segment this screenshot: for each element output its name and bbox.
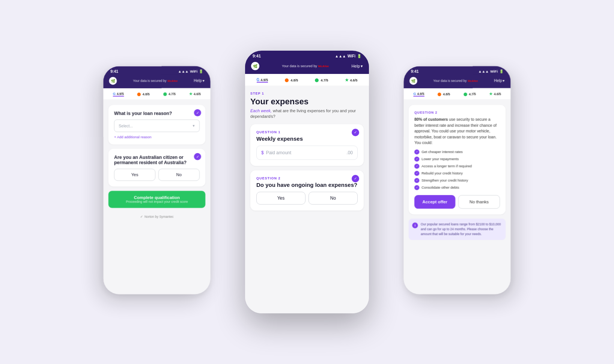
amount-field[interactable]: $ Paid amount .00 xyxy=(256,146,358,160)
accept-row: Accept offer No thanks xyxy=(414,195,500,208)
help-btn-left[interactable]: Help ▾ xyxy=(194,78,205,83)
add-reason-link[interactable]: + Add additional reason xyxy=(114,135,200,138)
content-left: ✓ What is your loan reason? Select... ▾ … xyxy=(104,99,211,294)
benefit-6: ✓ Consolidate other debts xyxy=(414,185,500,190)
help-btn-right[interactable]: Help ▾ xyxy=(494,78,505,83)
check-icon-q1: ✓ xyxy=(352,129,359,136)
ratings-bar-center: G 4.9/5 4.8/5 4.7/5 ★ 4.6/5 xyxy=(245,74,369,86)
rating-google-right: G 4.9/5 xyxy=(413,92,424,96)
rating-star-left: ★ 4.6/5 xyxy=(189,92,201,96)
header-secure-center: Your data is secured by McAfee xyxy=(282,64,329,68)
status-icons-right: ▲▲▲ WiFi 🔋 xyxy=(478,69,503,73)
check-3: ✓ xyxy=(414,164,419,168)
check-icon-1: ✓ xyxy=(194,109,201,116)
benefit-3: ✓ Access a longer term if required xyxy=(414,164,500,168)
rating-orange-right: 4.8/5 xyxy=(438,92,450,96)
header-secure-right: Your data is secured by McAfee xyxy=(433,79,478,83)
check-1: ✓ xyxy=(414,149,419,154)
phone-left: 9:41 ▲▲▲ WiFi 🔋 🌿 Your data is secured b… xyxy=(104,66,211,294)
rating-orange-center: 4.8/5 xyxy=(285,78,298,82)
help-btn-center[interactable]: Help ▾ xyxy=(351,64,363,69)
yes-btn-center[interactable]: Yes xyxy=(256,192,305,205)
rating-star-center: ★ 4.6/5 xyxy=(345,78,357,83)
rating-green-left: 4.7/5 xyxy=(163,92,176,96)
benefit-1: ✓ Get cheaper interest rates xyxy=(414,149,500,154)
check-icon-2: ✓ xyxy=(194,153,201,160)
no-btn-center[interactable]: No xyxy=(309,192,358,205)
yes-no-row-center: Yes No xyxy=(256,192,358,205)
phone-center: 9:41 ▲▲▲ WiFi 🔋 🌿 Your data is secured b… xyxy=(245,51,369,313)
ratings-bar-right: G 4.9/5 4.8/5 4.7/5 ★ 4.6/5 xyxy=(404,88,511,99)
amount-placeholder: Paid amount xyxy=(266,150,345,155)
card-security-offer: QUESTION 2 80% of customers use security… xyxy=(409,105,506,214)
yes-no-row: Yes No xyxy=(114,169,200,181)
info-text-right: Our popular secured loans range from $21… xyxy=(421,222,502,236)
time-right: 9:41 xyxy=(411,69,419,73)
logo-right: 🌿 xyxy=(409,77,417,85)
check-5: ✓ xyxy=(414,178,419,183)
content-center: STEP 1 Your expenses Each week, what are… xyxy=(245,86,369,313)
yes-button-left[interactable]: Yes xyxy=(114,169,155,181)
rating-google-center: G 4.9/5 xyxy=(257,78,268,83)
benefit-2: ✓ Lower your repayments xyxy=(414,156,500,161)
benefit-4: ✓ Rebuild your credit history xyxy=(414,171,500,176)
no-thanks-btn[interactable]: No thanks xyxy=(458,195,500,208)
amount-decimal: .00 xyxy=(346,150,353,155)
info-icon: i xyxy=(412,223,418,228)
check-6: ✓ xyxy=(414,185,419,190)
benefit-5: ✓ Strengthen your credit history xyxy=(414,178,500,183)
card-citizenship: ✓ Are you an Australian citizen or perma… xyxy=(108,149,205,187)
phone-right: 9:41 ▲▲▲ WiFi 🔋 🌿 Your data is secured b… xyxy=(404,66,511,294)
subtitle-center: Each week, what are the living expenses … xyxy=(250,108,364,120)
time-left: 9:41 xyxy=(111,69,119,73)
benefits-list: ✓ Get cheaper interest rates ✓ Lower you… xyxy=(414,149,500,190)
logo-left: 🌿 xyxy=(109,77,117,85)
q2-body-right: 80% of customers use security to secure … xyxy=(414,116,500,146)
time-center: 9:41 xyxy=(253,54,261,58)
step-label: STEP 1 xyxy=(250,92,364,95)
accept-offer-btn[interactable]: Accept offer xyxy=(414,195,455,208)
citizenship-title: Are you an Australian citizen or permane… xyxy=(114,155,200,165)
status-icons-center: ▲▲▲ WiFi 🔋 xyxy=(335,54,361,58)
rating-google-left: G 4.9/5 xyxy=(113,92,124,96)
card-ongoing-loan: ✓ QUESTION 2 Do you have ongoing loan ex… xyxy=(250,170,364,211)
card-loan-reason: ✓ What is your loan reason? Select... ▾ … xyxy=(108,105,205,144)
loan-reason-select[interactable]: Select... ▾ xyxy=(114,120,200,132)
q2-label-right: QUESTION 2 xyxy=(414,111,500,114)
loan-reason-title: What is your loan reason? xyxy=(114,111,200,116)
status-icons-left: ▲▲▲ WiFi 🔋 xyxy=(178,69,203,73)
rating-green-right: 4.7/5 xyxy=(464,92,476,96)
rating-star-right: ★ 4.6/5 xyxy=(489,92,501,96)
card-weekly-expenses: ✓ QUESTION 1 Weekly expenses $ Paid amou… xyxy=(250,124,364,166)
question2-label-center: QUESTION 2 xyxy=(256,176,358,180)
currency-icon: $ xyxy=(261,150,264,155)
question1-title: Weekly expenses xyxy=(256,135,358,142)
logo-center: 🌿 xyxy=(251,62,259,70)
norton-badge: ✓ Norton by Symantec xyxy=(108,212,205,220)
check-4: ✓ xyxy=(414,171,419,176)
header-secure-left: Your data is secured by McAfee xyxy=(133,79,178,83)
content-right: QUESTION 2 80% of customers use security… xyxy=(404,99,511,294)
rating-green-center: 4.7/5 xyxy=(315,78,328,82)
page-title-center: Your expenses xyxy=(250,97,364,107)
ratings-bar-left: G 4.9/5 4.8/5 4.7/5 ★ 4.6/5 xyxy=(104,88,211,99)
page-header-center: STEP 1 Your expenses Each week, what are… xyxy=(250,92,364,120)
question2-title-center: Do you have ongoing loan expenses? xyxy=(256,182,358,188)
complete-qualification-btn[interactable]: Complete qualification Proceeding will n… xyxy=(108,191,205,208)
check-icon-q2: ✓ xyxy=(352,175,359,182)
check-2: ✓ xyxy=(414,156,419,161)
no-button-left[interactable]: No xyxy=(158,169,200,181)
info-box-right: i Our popular secured loans range from $… xyxy=(409,218,506,240)
question1-label: QUESTION 1 xyxy=(256,130,358,134)
rating-orange-left: 4.8/5 xyxy=(137,92,150,96)
